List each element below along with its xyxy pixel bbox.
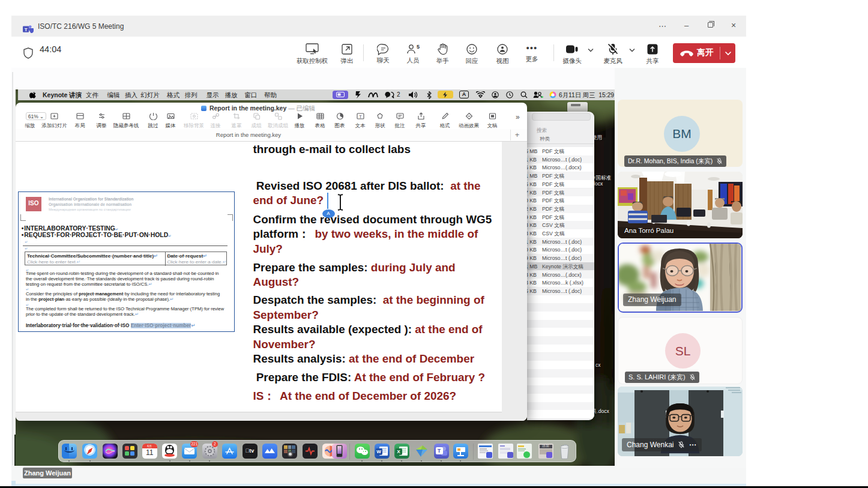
svg-text:5: 5: [417, 44, 420, 50]
svg-text:T: T: [359, 114, 362, 119]
svg-text:T: T: [25, 27, 28, 32]
